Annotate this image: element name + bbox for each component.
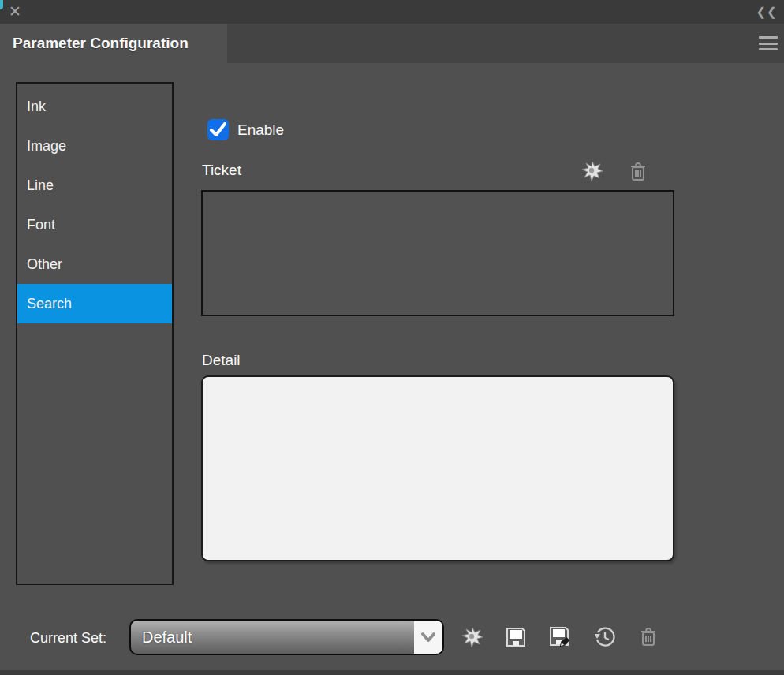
detail-label: Detail: [202, 352, 241, 369]
checkmark-icon: [210, 122, 226, 137]
delete-ticket-icon[interactable]: [628, 161, 650, 183]
sidebar-item-other[interactable]: Other: [17, 244, 172, 284]
tab-strip: Parameter Configuration: [0, 24, 784, 63]
panel-titlebar: ✕ ❮❮: [0, 0, 784, 24]
delete-set-icon[interactable]: [638, 626, 660, 648]
sidebar-item-line[interactable]: Line: [17, 166, 172, 205]
tab-label: Parameter Configuration: [13, 24, 189, 63]
detail-text-area[interactable]: [201, 375, 674, 561]
save-as-icon[interactable]: [549, 626, 571, 648]
current-set-label: Current Set:: [30, 627, 106, 649]
corner-accent: [0, 0, 3, 9]
history-icon[interactable]: [593, 626, 615, 648]
new-ticket-icon[interactable]: [581, 160, 603, 182]
sidebar-item-image[interactable]: Image: [17, 126, 172, 166]
save-icon[interactable]: [505, 626, 527, 648]
current-set-dropdown[interactable]: Default: [129, 619, 444, 655]
sidebar-item-search[interactable]: Search: [17, 284, 172, 323]
panel-menu-icon[interactable]: [759, 35, 778, 51]
close-icon[interactable]: ✕: [6, 2, 24, 21]
chevron-down-icon[interactable]: [414, 621, 442, 654]
enable-checkbox[interactable]: [207, 119, 229, 140]
new-set-icon[interactable]: [461, 626, 483, 648]
panel-bottom-edge: [0, 670, 784, 675]
enable-label: Enable: [237, 119, 284, 140]
current-set-value: Default: [142, 621, 192, 654]
collapse-panel-icon[interactable]: ❮❮: [756, 3, 778, 21]
ticket-list-box[interactable]: [201, 190, 674, 316]
sidebar-item-font[interactable]: Font: [17, 205, 172, 244]
ticket-label: Ticket: [202, 162, 241, 179]
sidebar-item-ink[interactable]: Ink: [17, 87, 172, 126]
category-list: Ink Image Line Font Other Search: [16, 82, 174, 585]
tab-parameter-configuration[interactable]: Parameter Configuration: [0, 24, 227, 63]
parameter-configuration-panel: ✕ ❮❮ Parameter Configuration Ink Image L…: [0, 0, 784, 675]
